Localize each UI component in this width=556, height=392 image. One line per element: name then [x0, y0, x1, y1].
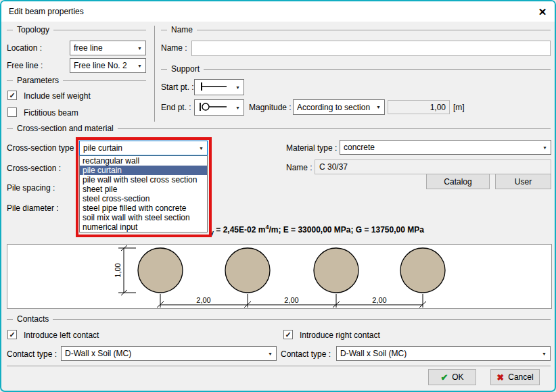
material-type-select[interactable]: concrete ▼: [340, 140, 551, 155]
left-contact-type-value: D-Wall x Soil (MC): [65, 349, 266, 358]
cross-section-label: Cross-section :: [7, 164, 61, 173]
material-type-label: Material type :: [286, 143, 337, 153]
chevron-down-icon: ▼: [197, 146, 207, 151]
name-input[interactable]: [191, 41, 551, 56]
introduce-right-contact-checkbox[interactable]: ✓: [283, 330, 293, 339]
footer-divider: [7, 366, 551, 366]
contacts-group-header: Contacts: [7, 315, 551, 323]
name-label: Name :: [161, 43, 187, 53]
magnitude-unit-label: [m]: [453, 103, 465, 112]
dropdown-option[interactable]: sheet pile: [80, 185, 207, 194]
parameters-group-header: Parameters: [7, 76, 146, 84]
chevron-down-icon: ▼: [374, 105, 384, 109]
chevron-down-icon: ▼: [135, 46, 145, 51]
dropdown-option[interactable]: pile wall with steel cross section: [80, 175, 207, 185]
catalog-button[interactable]: Catalog: [426, 174, 490, 189]
location-label: Location :: [7, 43, 42, 53]
start-support-select[interactable]: ▼: [194, 79, 244, 95]
dropdown-option[interactable]: steel cross-section: [80, 194, 207, 203]
free-line-label: Free line :: [7, 61, 43, 70]
material-name-field: C 30/37: [315, 160, 551, 174]
section-properties-text: y = 2,45E-02 m4/m; E = 33000,00 MPa; G =…: [210, 224, 424, 236]
chevron-down-icon: ▼: [233, 105, 244, 110]
fictitious-beam-checkbox[interactable]: [7, 107, 17, 117]
end-support-select[interactable]: ▼: [194, 99, 244, 116]
hinge-support-icon: [198, 101, 233, 114]
free-line-value: Free line No. 2: [74, 61, 135, 70]
cross-section-type-label: Cross-section type :: [7, 143, 78, 153]
pile-curtain-drawing: 2,00 2,00 2,00 1,00: [7, 244, 552, 309]
magnitude-value: According to section: [297, 103, 374, 112]
location-value: free line: [74, 43, 135, 53]
fixed-support-icon: [198, 81, 233, 94]
dropdown-option[interactable]: rectangular wall: [80, 156, 207, 166]
start-pt-label: Start pt. :: [161, 82, 194, 92]
name-group-header: Name: [161, 26, 551, 34]
magnitude-select[interactable]: According to section ▼: [293, 99, 385, 115]
right-contact-type-select[interactable]: D-Wall x Soil (MC) ▼: [336, 346, 551, 361]
column-divider: [154, 26, 155, 122]
cross-section-type-select[interactable]: pile curtain ▼: [79, 141, 208, 155]
right-contact-type-value: D-Wall x Soil (MC): [340, 349, 540, 358]
right-contact-type-label: Contact type :: [281, 349, 331, 359]
magnitude-length-field: 1,00: [388, 100, 450, 114]
dialog-title: Edit beam properties: [9, 7, 84, 16]
include-self-weight-label: Include self weight: [24, 91, 91, 101]
group-label: Parameters: [17, 76, 59, 85]
chevron-down-icon: ▼: [266, 351, 276, 356]
ok-button-label: OK: [452, 372, 463, 382]
include-self-weight-checkbox[interactable]: ✓: [7, 91, 17, 100]
user-button-label: User: [515, 177, 532, 187]
cross-section-group-header: Cross-section and material: [7, 124, 551, 132]
diameter-dim-label: 1,00: [114, 263, 122, 277]
left-contact-type-label: Contact type :: [7, 349, 57, 359]
end-pt-label: End pt. :: [161, 103, 191, 112]
group-label: Name: [171, 25, 193, 34]
support-group-header: Support: [161, 65, 551, 73]
spacing-dim-label: 2,00: [284, 296, 298, 304]
pile-curtain-diagram: 2,00 2,00 2,00 1,00: [7, 245, 551, 308]
pile-diameter-label: Pile diameter :: [7, 203, 59, 213]
ok-check-icon: ✔: [440, 372, 448, 383]
cross-section-type-value: pile curtain: [83, 143, 197, 153]
spacing-dim-label: 2,00: [196, 296, 210, 304]
spacing-dim-label: 2,00: [372, 296, 386, 304]
pile-circles: [138, 248, 445, 293]
cancel-button-label: Cancel: [508, 372, 533, 382]
cross-section-type-listbox[interactable]: rectangular wallpile curtainpile wall wi…: [79, 155, 208, 232]
ok-button[interactable]: ✔ OK: [428, 369, 476, 385]
chevron-down-icon: ▼: [135, 64, 145, 68]
chevron-down-icon: ▼: [233, 85, 244, 90]
chevron-down-icon: ▼: [540, 351, 550, 356]
material-name-label: Name :: [286, 163, 312, 172]
group-label: Contacts: [17, 314, 49, 324]
fictitious-beam-label: Fictitious beam: [24, 108, 78, 118]
user-button[interactable]: User: [495, 174, 551, 189]
introduce-left-contact-label: Introduce left contact: [24, 330, 99, 340]
material-name-value: C 30/37: [319, 162, 348, 172]
edit-beam-properties-dialog: Edit beam properties ✕ Topology Location…: [0, 0, 556, 392]
introduce-right-contact-label: Introduce right contact: [300, 330, 380, 340]
dropdown-option[interactable]: numerical input: [80, 222, 207, 232]
pile-spacing-label: Pile spacing :: [7, 183, 55, 193]
title-bar: Edit beam properties ✕: [1, 1, 555, 22]
group-label: Support: [171, 64, 200, 74]
left-contact-type-select[interactable]: D-Wall x Soil (MC) ▼: [61, 346, 277, 361]
magnitude-label: Magnitude :: [249, 103, 292, 112]
dropdown-option[interactable]: soil mix wall with steel section: [80, 213, 207, 222]
material-type-value: concrete: [344, 143, 540, 152]
catalog-button-label: Catalog: [444, 177, 471, 187]
topology-group-header: Topology: [7, 26, 146, 34]
close-icon[interactable]: ✕: [534, 5, 551, 20]
cancel-x-icon: ✖: [496, 372, 504, 383]
dropdown-option[interactable]: steel pipe filled with concrete: [80, 203, 207, 213]
dropdown-option[interactable]: pile curtain: [80, 166, 207, 175]
group-label: Topology: [17, 25, 49, 34]
group-label: Cross-section and material: [17, 124, 114, 133]
introduce-left-contact-checkbox[interactable]: ✓: [7, 330, 17, 339]
chevron-down-icon: ▼: [540, 145, 551, 150]
location-select[interactable]: free line ▼: [70, 41, 146, 55]
cancel-button[interactable]: ✖ Cancel: [490, 369, 540, 385]
free-line-select[interactable]: Free line No. 2 ▼: [70, 58, 146, 73]
magnitude-length-value: 1,00: [430, 103, 446, 112]
